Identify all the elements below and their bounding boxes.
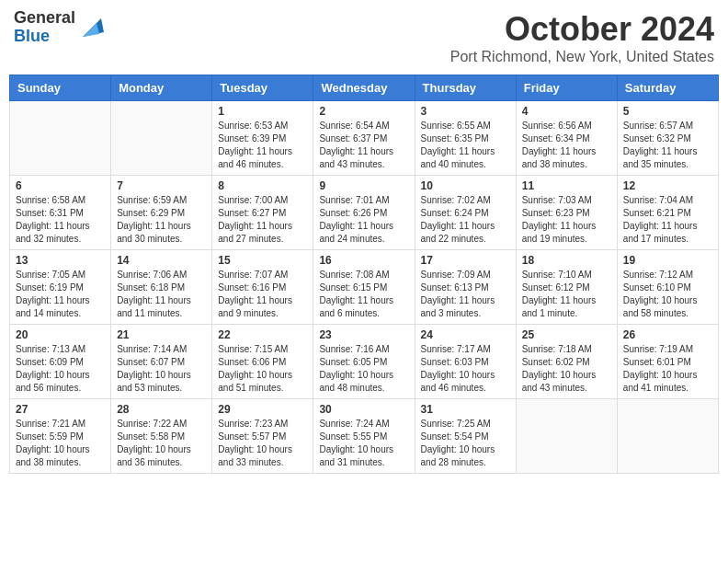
day-info: Sunrise: 6:56 AM Sunset: 6:34 PM Dayligh… (522, 120, 611, 171)
day-number: 21 (117, 328, 206, 341)
day-number: 10 (421, 179, 510, 192)
calendar-header-row: SundayMondayTuesdayWednesdayThursdayFrid… (10, 75, 719, 101)
calendar-day-header: Thursday (415, 75, 516, 101)
calendar-cell: 16Sunrise: 7:08 AM Sunset: 6:15 PM Dayli… (313, 250, 415, 325)
day-number: 25 (522, 328, 611, 341)
calendar-cell: 30Sunrise: 7:24 AM Sunset: 5:55 PM Dayli… (313, 399, 415, 474)
day-number: 31 (421, 403, 510, 416)
calendar-day-header: Monday (111, 75, 212, 101)
day-info: Sunrise: 7:15 AM Sunset: 6:06 PM Dayligh… (218, 343, 307, 395)
day-info: Sunrise: 6:57 AM Sunset: 6:32 PM Dayligh… (623, 120, 712, 171)
day-info: Sunrise: 7:18 AM Sunset: 6:02 PM Dayligh… (522, 343, 611, 395)
calendar-cell: 25Sunrise: 7:18 AM Sunset: 6:02 PM Dayli… (516, 325, 617, 399)
calendar-cell: 20Sunrise: 7:13 AM Sunset: 6:09 PM Dayli… (10, 325, 111, 399)
day-info: Sunrise: 7:24 AM Sunset: 5:55 PM Dayligh… (319, 418, 408, 469)
calendar-week-row: 20Sunrise: 7:13 AM Sunset: 6:09 PM Dayli… (10, 325, 719, 399)
calendar-day-header: Sunday (10, 75, 111, 101)
day-number: 19 (623, 254, 712, 267)
day-info: Sunrise: 7:17 AM Sunset: 6:03 PM Dayligh… (421, 343, 510, 395)
day-number: 5 (623, 105, 712, 118)
calendar-cell: 1Sunrise: 6:53 AM Sunset: 6:39 PM Daylig… (212, 101, 313, 176)
day-number: 14 (117, 254, 206, 267)
calendar-cell (516, 399, 617, 474)
calendar-week-row: 6Sunrise: 6:58 AM Sunset: 6:31 PM Daylig… (10, 176, 719, 250)
calendar-cell: 22Sunrise: 7:15 AM Sunset: 6:06 PM Dayli… (212, 325, 313, 399)
day-number: 20 (16, 328, 105, 341)
day-number: 18 (522, 254, 611, 267)
calendar-cell: 8Sunrise: 7:00 AM Sunset: 6:27 PM Daylig… (212, 176, 313, 250)
day-info: Sunrise: 7:02 AM Sunset: 6:24 PM Dayligh… (421, 194, 510, 246)
calendar-cell: 26Sunrise: 7:19 AM Sunset: 6:01 PM Dayli… (617, 325, 718, 399)
calendar-cell: 13Sunrise: 7:05 AM Sunset: 6:19 PM Dayli… (10, 250, 111, 325)
day-info: Sunrise: 6:54 AM Sunset: 6:37 PM Dayligh… (319, 120, 408, 171)
calendar-cell: 5Sunrise: 6:57 AM Sunset: 6:32 PM Daylig… (617, 101, 718, 176)
calendar-cell: 18Sunrise: 7:10 AM Sunset: 6:12 PM Dayli… (516, 250, 617, 325)
day-info: Sunrise: 7:03 AM Sunset: 6:23 PM Dayligh… (522, 194, 611, 246)
day-number: 28 (117, 403, 206, 416)
calendar-day-header: Saturday (617, 75, 718, 101)
day-number: 1 (218, 105, 307, 118)
day-info: Sunrise: 6:59 AM Sunset: 6:29 PM Dayligh… (117, 194, 206, 246)
calendar-cell: 23Sunrise: 7:16 AM Sunset: 6:05 PM Dayli… (313, 325, 415, 399)
day-info: Sunrise: 7:16 AM Sunset: 6:05 PM Dayligh… (319, 343, 408, 395)
calendar-cell: 28Sunrise: 7:22 AM Sunset: 5:58 PM Dayli… (111, 399, 212, 474)
day-number: 29 (218, 403, 307, 416)
calendar-week-row: 13Sunrise: 7:05 AM Sunset: 6:19 PM Dayli… (10, 250, 719, 325)
day-number: 23 (319, 328, 408, 341)
day-number: 16 (319, 254, 408, 267)
day-number: 26 (623, 328, 712, 341)
location-subtitle: Port Richmond, New York, United States (450, 49, 714, 65)
calendar-cell (10, 101, 111, 176)
day-info: Sunrise: 7:22 AM Sunset: 5:58 PM Dayligh… (117, 418, 206, 469)
day-info: Sunrise: 7:01 AM Sunset: 6:26 PM Dayligh… (319, 194, 408, 246)
calendar-cell: 9Sunrise: 7:01 AM Sunset: 6:26 PM Daylig… (313, 176, 415, 250)
day-number: 9 (319, 179, 408, 192)
day-number: 4 (522, 105, 611, 118)
calendar-cell: 24Sunrise: 7:17 AM Sunset: 6:03 PM Dayli… (415, 325, 516, 399)
day-info: Sunrise: 7:14 AM Sunset: 6:07 PM Dayligh… (117, 343, 206, 395)
calendar-cell: 14Sunrise: 7:06 AM Sunset: 6:18 PM Dayli… (111, 250, 212, 325)
calendar-week-row: 27Sunrise: 7:21 AM Sunset: 5:59 PM Dayli… (10, 399, 719, 474)
day-info: Sunrise: 7:13 AM Sunset: 6:09 PM Dayligh… (16, 343, 105, 395)
day-number: 22 (218, 328, 307, 341)
day-info: Sunrise: 7:06 AM Sunset: 6:18 PM Dayligh… (117, 269, 206, 320)
day-number: 7 (117, 179, 206, 192)
calendar-cell (617, 399, 718, 474)
calendar-cell: 4Sunrise: 6:56 AM Sunset: 6:34 PM Daylig… (516, 101, 617, 176)
svg-marker-1 (83, 23, 99, 37)
day-number: 2 (319, 105, 408, 118)
day-number: 13 (16, 254, 105, 267)
day-number: 17 (421, 254, 510, 267)
calendar-day-header: Tuesday (212, 75, 313, 101)
logo-blue-text: Blue (14, 28, 75, 46)
day-info: Sunrise: 7:04 AM Sunset: 6:21 PM Dayligh… (623, 194, 712, 246)
day-number: 24 (421, 328, 510, 341)
logo-general-text: General (14, 9, 75, 28)
day-info: Sunrise: 7:05 AM Sunset: 6:19 PM Dayligh… (16, 269, 105, 320)
calendar-cell: 21Sunrise: 7:14 AM Sunset: 6:07 PM Dayli… (111, 325, 212, 399)
calendar-cell: 10Sunrise: 7:02 AM Sunset: 6:24 PM Dayli… (415, 176, 516, 250)
day-number: 8 (218, 179, 307, 192)
month-title: October 2024 (450, 9, 714, 49)
calendar-cell: 7Sunrise: 6:59 AM Sunset: 6:29 PM Daylig… (111, 176, 212, 250)
calendar-cell: 3Sunrise: 6:55 AM Sunset: 6:35 PM Daylig… (415, 101, 516, 176)
day-info: Sunrise: 7:19 AM Sunset: 6:01 PM Dayligh… (623, 343, 712, 395)
calendar-cell: 29Sunrise: 7:23 AM Sunset: 5:57 PM Dayli… (212, 399, 313, 474)
day-number: 30 (319, 403, 408, 416)
calendar-cell: 15Sunrise: 7:07 AM Sunset: 6:16 PM Dayli… (212, 250, 313, 325)
day-info: Sunrise: 6:53 AM Sunset: 6:39 PM Dayligh… (218, 120, 307, 171)
day-number: 6 (16, 179, 105, 192)
day-info: Sunrise: 7:12 AM Sunset: 6:10 PM Dayligh… (623, 269, 712, 320)
calendar-cell: 11Sunrise: 7:03 AM Sunset: 6:23 PM Dayli… (516, 176, 617, 250)
logo: General Blue (14, 9, 106, 46)
calendar-table: SundayMondayTuesdayWednesdayThursdayFrid… (9, 75, 719, 474)
day-info: Sunrise: 7:09 AM Sunset: 6:13 PM Dayligh… (421, 269, 510, 320)
calendar-cell: 31Sunrise: 7:25 AM Sunset: 5:54 PM Dayli… (415, 399, 516, 474)
day-info: Sunrise: 7:23 AM Sunset: 5:57 PM Dayligh… (218, 418, 307, 469)
calendar-cell: 27Sunrise: 7:21 AM Sunset: 5:59 PM Dayli… (10, 399, 111, 474)
day-number: 15 (218, 254, 307, 267)
calendar-cell: 17Sunrise: 7:09 AM Sunset: 6:13 PM Dayli… (415, 250, 516, 325)
calendar-cell (111, 101, 212, 176)
day-info: Sunrise: 7:25 AM Sunset: 5:54 PM Dayligh… (421, 418, 510, 469)
day-info: Sunrise: 7:08 AM Sunset: 6:15 PM Dayligh… (319, 269, 408, 320)
